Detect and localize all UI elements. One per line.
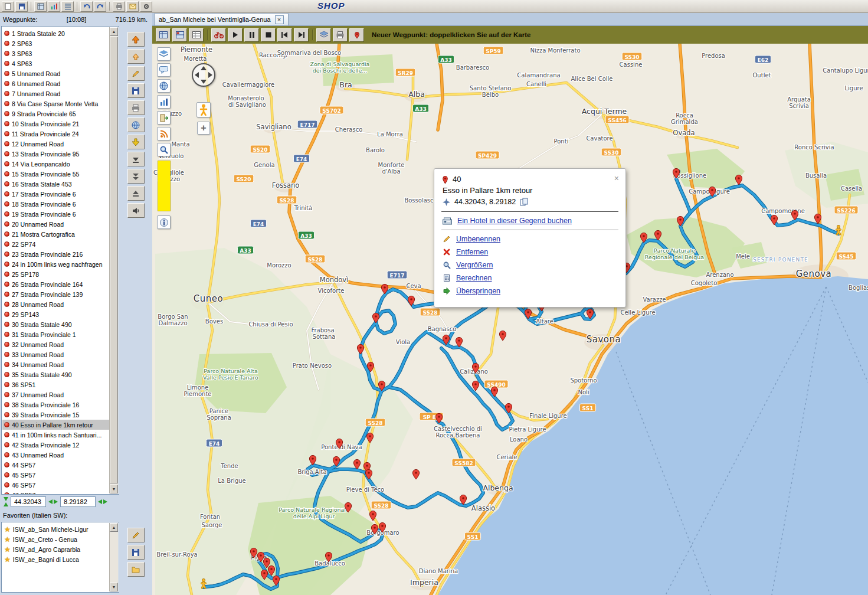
latitude-arrows[interactable] (48, 499, 58, 504)
edit-waypoint-button[interactable] (127, 66, 145, 81)
scrollbar-thumb[interactable] (110, 37, 118, 483)
comment-icon[interactable] (157, 63, 171, 77)
popup-action-rename[interactable]: Umbenennen (441, 235, 618, 243)
tab-route[interactable]: ab_San Michele bei Ventimiglia-Genua × (154, 13, 289, 25)
longitude-field[interactable]: 8.29182 (60, 496, 96, 507)
waypoint-scrollbar[interactable]: ▲ ▼ (109, 27, 118, 493)
waypoint-item[interactable]: 8 Via Case Sparse Monte Vetta (2, 99, 109, 109)
pause-button[interactable] (244, 28, 259, 42)
waypoint-item[interactable]: 5 Unnamed Road (2, 68, 109, 79)
feed-icon[interactable] (157, 127, 171, 140)
waypoint-item[interactable]: 39 Strada Provinciale 15 (2, 410, 109, 420)
profile-grid-button[interactable] (172, 28, 187, 42)
save-route-button[interactable] (127, 83, 145, 98)
print-route-button[interactable] (127, 100, 145, 115)
popup-action-link[interactable]: Entfernen (456, 248, 488, 256)
insert-above-button[interactable] (127, 49, 145, 64)
waypoint-item[interactable]: 28 Unnamed Road (2, 299, 109, 309)
pan-up-icon[interactable] (201, 66, 207, 70)
waypoint-item[interactable]: 12 Unnamed Road (2, 139, 109, 149)
chart-icon[interactable] (157, 95, 171, 109)
popup-action-link[interactable]: Vergrößern (456, 261, 493, 269)
shop-logo[interactable]: SHOP (317, 1, 345, 11)
popup-action-remove[interactable]: Entfernen (441, 248, 618, 256)
download-button[interactable] (127, 135, 145, 149)
pan-down-icon[interactable] (201, 80, 207, 84)
waypoint-item[interactable]: 23 Strada Provinciale 216 (2, 249, 109, 259)
edit-favorite-button[interactable] (127, 528, 145, 542)
map-canvas[interactable]: SP59A33SS30E62SR29A33SS702E717SS456SS20S… (152, 44, 868, 595)
waypoint-item[interactable]: 22 SP74 (2, 239, 109, 249)
table-button[interactable] (34, 1, 47, 12)
waypoint-item[interactable]: 7 Unnamed Road (2, 89, 109, 99)
waypoint-item[interactable]: 18 Strada Provinciale 6 (2, 199, 109, 209)
add-waypoint-button[interactable] (349, 28, 364, 42)
waypoint-item[interactable]: 46 SP57 (2, 480, 109, 490)
waypoint-item[interactable]: 1 Strada Statale 20 (2, 28, 109, 38)
favorite-item[interactable]: ★ISW_ab_San Michele-Ligur (2, 524, 109, 534)
waypoint-item[interactable]: 29 SP143 (2, 309, 109, 319)
waypoint-item[interactable]: 25 SP178 (2, 269, 109, 279)
waypoint-item[interactable]: 6 Unnamed Road (2, 79, 109, 89)
pan-left-icon[interactable] (195, 72, 199, 78)
popup-action-calculate[interactable]: Berechnen (441, 274, 618, 282)
waypoint-item[interactable]: 41 in 100m links nach Santuari... (2, 430, 109, 440)
waypoint-item[interactable]: 32 Unnamed Road (2, 339, 109, 349)
latitude-spinner[interactable] (4, 497, 8, 506)
mail-button[interactable] (126, 1, 139, 12)
search-icon[interactable] (157, 143, 171, 156)
move-down-button[interactable] (127, 152, 145, 166)
scroll-down-icon[interactable]: ▼ (110, 485, 118, 493)
waypoint-item[interactable]: 37 Unnamed Road (2, 390, 109, 400)
overview-grid-button[interactable] (156, 28, 171, 42)
globe-icon[interactable] (157, 79, 171, 93)
waypoint-item[interactable]: 44 SP57 (2, 460, 109, 470)
tab-close-icon[interactable]: × (275, 15, 284, 24)
waypoint-item[interactable]: 38 Strada Provinciale 16 (2, 400, 109, 410)
layers-button[interactable] (316, 28, 331, 42)
motorcycle-mode-button[interactable] (211, 28, 226, 42)
waypoint-item[interactable]: 47 SP57 (2, 490, 109, 494)
print-map-button[interactable] (333, 28, 348, 42)
longitude-arrows[interactable] (98, 499, 107, 504)
popup-action-link[interactable]: Berechnen (456, 274, 492, 282)
waypoint-item[interactable]: 45 SP57 (2, 470, 109, 480)
favorite-item[interactable]: ★ISW_ae_Bagni di Lucca (2, 554, 109, 564)
list-button[interactable] (61, 1, 74, 12)
copy-icon[interactable] (520, 198, 528, 206)
print-button[interactable] (113, 1, 125, 12)
waypoint-item[interactable]: 19 Strada Provinciale 6 (2, 209, 109, 219)
waypoint-item[interactable]: 26 Strada Provinciale 164 (2, 279, 109, 289)
waypoint-item[interactable]: 27 Strada Provinciale 139 (2, 289, 109, 299)
favorite-item[interactable]: ★ISW_ac_Creto - Genua (2, 534, 109, 544)
waypoint-item[interactable]: 43 Unnamed Road (2, 450, 109, 460)
favorites-scrollbar[interactable]: ▲ ▼ (109, 523, 118, 591)
popup-action-enlarge[interactable]: Vergrößern (441, 261, 618, 269)
waypoint-item[interactable]: 42 Strada Provinciale 12 (2, 440, 109, 450)
step-forward-button[interactable] (294, 28, 309, 42)
pan-right-icon[interactable] (208, 72, 212, 78)
waypoint-item[interactable]: 4 SP63 (2, 58, 109, 68)
popup-action-link[interactable]: Umbenennen (456, 235, 500, 243)
play-button[interactable] (228, 28, 243, 42)
waypoint-item[interactable]: 11 Strada Provinciale 24 (2, 129, 109, 139)
waypoint-item[interactable]: 40 Esso in Pallare 1km retour (2, 420, 109, 430)
scroll-up-icon[interactable]: ▲ (110, 523, 118, 532)
waypoint-item[interactable]: 31 Strada Provinciale 1 (2, 329, 109, 339)
waypoint-item[interactable]: 21 Mostra Cartografica (2, 229, 109, 239)
waypoint-item[interactable]: 3 SP63 (2, 48, 109, 58)
new-file-button[interactable] (2, 1, 14, 12)
scroll-up-icon[interactable]: ▲ (110, 27, 118, 36)
waypoint-item[interactable]: 10 Strada Provinciale 21 (2, 119, 109, 129)
exit-icon[interactable] (157, 111, 171, 125)
skip-down-button[interactable] (127, 169, 145, 184)
waypoint-item[interactable]: 9 Strada Provinciale 65 (2, 109, 109, 119)
waypoint-item[interactable]: 24 in 100m links weg nachfragen (2, 259, 109, 269)
waypoint-item[interactable]: 14 Via Leonpancaldo (2, 159, 109, 169)
waypoint-item[interactable]: 36 SP51 (2, 380, 109, 390)
waypoint-item[interactable]: 16 Strada Statale 453 (2, 179, 109, 189)
waypoint-item[interactable]: 15 Strada Provinciale 55 (2, 169, 109, 179)
eject-button[interactable] (127, 186, 145, 201)
waypoint-item[interactable]: 20 Unnamed Road (2, 219, 109, 229)
latitude-field[interactable]: 44.32043 (11, 496, 46, 507)
